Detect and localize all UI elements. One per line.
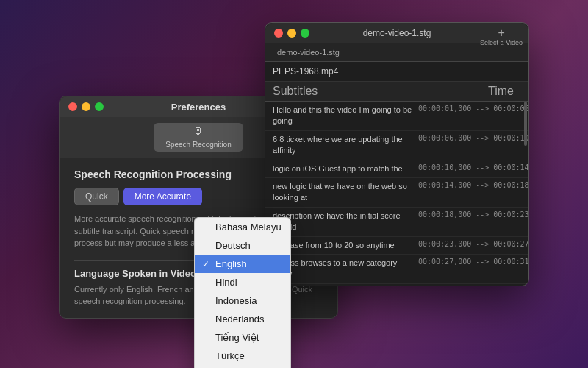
time-value: 00:00:01,000 --> 00:00:06,000	[418, 105, 521, 127]
time-value: 00:00:18,000 --> 00:00:23,000	[418, 210, 521, 233]
subtitle-text: Hello and this the video I'm going to be…	[273, 105, 418, 127]
table-row: I guess browses to a new category Finity…	[265, 255, 528, 284]
select-video-label: Select a Video	[480, 39, 523, 46]
plus-icon: +	[498, 27, 504, 39]
maximize-button[interactable]	[95, 102, 104, 111]
video-tab[interactable]: demo-video-1.stg	[271, 46, 345, 58]
table-header: Subtitles Time	[265, 82, 528, 102]
minimize-button[interactable]	[82, 102, 90, 111]
subtitles-table: Hello and this the video I'm going to be…	[265, 102, 528, 286]
subtitle-text: logic on iOS Guest app to match the	[273, 163, 418, 174]
video-title-bar: demo-video-1.stg + Select a Video	[265, 23, 528, 43]
subtitle-text: description we have the initial score sh…	[273, 210, 418, 233]
video-window-title: demo-video-1.stg	[363, 28, 431, 38]
traffic-lights	[68, 102, 104, 111]
table-row: increase from 10 to 20 so anytime 00:00:…	[265, 237, 528, 255]
more-accurate-button[interactable]: More Accurate	[123, 188, 202, 205]
dropdown-menu: Bahasa Melayu Deutsch English Hindi Indo…	[194, 217, 291, 368]
table-row: logic on iOS Guest app to match the 00:0…	[265, 160, 528, 178]
subtitle-text: increase from 10 to 20 so anytime	[273, 240, 418, 251]
table-row: 6 8 ticket where we are updating the aff…	[265, 131, 528, 160]
dropdown-item-hindi[interactable]: Hindi	[195, 273, 290, 291]
microphone-icon: 🎙	[193, 126, 204, 139]
dropdown-item-english[interactable]: English	[195, 255, 290, 273]
table-row: Hello and this the video I'm going to be…	[265, 102, 528, 131]
language-dropdown: Bahasa Melayu Deutsch English Hindi Indo…	[194, 217, 291, 368]
table-row: description we have the initial score sh…	[265, 208, 528, 237]
table-row: we should be committing by 20 instead of…	[265, 284, 528, 286]
video-minimize-button[interactable]	[287, 29, 296, 38]
subtitles-header: Subtitles	[273, 85, 418, 98]
select-video-button[interactable]: + Select a Video	[480, 27, 523, 46]
time-value: 00:00:10,000 --> 00:00:14,000	[418, 163, 521, 174]
table-row: new logic that we have on the web so loo…	[265, 178, 528, 208]
dropdown-item-deutsch[interactable]: Deutsch	[195, 236, 290, 255]
subtitle-text: 6 8 ticket where we are updating the aff…	[273, 134, 418, 157]
time-value: 00:00:23,000 --> 00:00:27,000	[418, 240, 521, 251]
subtitle-text: I guess browses to a new category Finity	[273, 258, 418, 280]
scrollbar[interactable]	[524, 102, 527, 146]
dropdown-item-turkce[interactable]: Türkçe	[195, 347, 290, 365]
file-label: PEPS-1968.mp4	[265, 62, 528, 82]
quick-button[interactable]: Quick	[74, 188, 119, 205]
dropdown-item-tieng-viet[interactable]: Tiếng Việt	[195, 328, 290, 347]
time-value: 00:00:27,000 --> 00:00:31,000	[418, 258, 521, 280]
time-header: Time	[418, 85, 521, 98]
video-content: PEPS-1968.mp4 Subtitles Time Hello and t…	[265, 62, 528, 286]
dropdown-item-nederlands[interactable]: Nederlands	[195, 310, 290, 328]
speech-recognition-tab-label: Speech Recognition	[165, 141, 232, 149]
video-window: demo-video-1.stg + Select a Video demo-v…	[265, 22, 529, 286]
speech-recognition-tab[interactable]: 🎙 Speech Recognition	[154, 123, 243, 152]
close-button[interactable]	[68, 102, 77, 111]
video-traffic-lights	[274, 29, 309, 38]
video-close-button[interactable]	[274, 29, 283, 38]
dropdown-item-catala[interactable]: català	[195, 365, 290, 368]
time-value: 00:00:14,000 --> 00:00:18,000	[418, 181, 521, 204]
preferences-title: Preferences	[171, 102, 226, 113]
video-maximize-button[interactable]	[301, 29, 309, 38]
subtitle-text: new logic that we have on the web so loo…	[273, 181, 418, 204]
dropdown-item-bahasa-melayu[interactable]: Bahasa Melayu	[195, 218, 290, 236]
dropdown-item-indonesia[interactable]: Indonesia	[195, 291, 290, 310]
time-value: 00:00:06,000 --> 00:00:10,000	[418, 134, 521, 157]
subtitles-table-wrapper: Hello and this the video I'm going to be…	[265, 102, 528, 286]
